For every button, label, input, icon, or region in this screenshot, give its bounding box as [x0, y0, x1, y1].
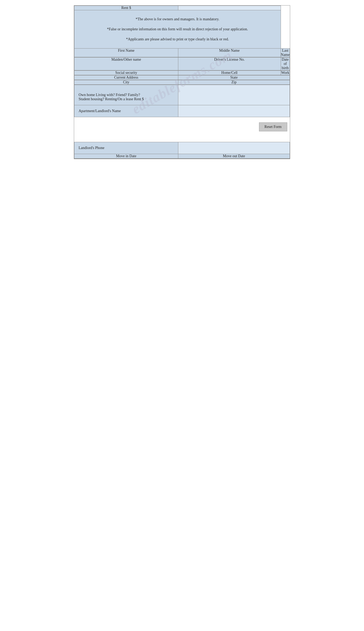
drivers-license-label-cell: Driver's License No. — [178, 58, 281, 70]
drivers-license-label: Driver's License No. — [214, 58, 245, 61]
notice-cell: *The above is for owners and managers. I… — [74, 10, 281, 49]
current-address-label-cell: Current Address — [74, 75, 178, 80]
move-in-date-label: Move in Date — [116, 154, 136, 158]
move-out-date-label-cell: Move out Date — [178, 154, 290, 158]
reset-button[interactable]: Reset Form — [259, 122, 287, 131]
zip-label-cell: Zip — [178, 80, 290, 85]
name-labels-row: First Name Middle Name Last Name — [74, 49, 290, 57]
move-dates-inputs-row — [74, 158, 290, 159]
address-labels-row: Current Address State — [74, 75, 290, 80]
maiden-name-label: Maiden/Other name — [111, 58, 141, 61]
zip-label: Zip — [231, 80, 236, 84]
current-address-label: Current Address — [114, 75, 138, 79]
first-name-label-cell: First Name — [74, 49, 178, 57]
rent-row: Rent $ — [74, 6, 290, 10]
middle-name-label-cell: Middle Name — [178, 49, 281, 57]
state-label: State — [230, 75, 238, 79]
gap-row — [74, 137, 290, 142]
living-situation-label-cell: Own home Living with? Friend? Family? St… — [74, 85, 178, 105]
dob-label-cell: Date of birth — [281, 58, 290, 70]
last-name-label: Last Name — [281, 49, 290, 57]
work-label-cell: Work — [281, 71, 290, 75]
gap-cell — [74, 137, 290, 142]
home-cell-label: Home/Cell — [221, 71, 237, 75]
living-labels-row: Own home Living with? Friend? Family? St… — [74, 85, 290, 105]
home-cell-label-cell: Home/Cell — [178, 71, 281, 75]
move-out-date-input-cell[interactable] — [178, 158, 290, 159]
first-name-label: First Name — [118, 49, 135, 52]
rent-input-cell[interactable] — [178, 6, 281, 10]
middle-name-label: Middle Name — [219, 49, 240, 52]
apartment-landlord-label: Apartment/Landlord's Name — [79, 109, 121, 113]
social-labels-row: Social security Home/Cell Work — [74, 71, 290, 75]
apartment-landlord-label-cell: Apartment/Landlord's Name — [74, 105, 178, 117]
landlord-phone-input-cell[interactable] — [178, 142, 290, 154]
form-table: Rent $ *The above is for owners and mana… — [74, 6, 290, 159]
reset-row: Reset Form — [74, 117, 290, 137]
city-labels-row: City Zip — [74, 80, 290, 85]
landlord-phone-label: Landlord's Phone — [79, 146, 104, 150]
move-out-date-label: Move out Date — [223, 154, 245, 158]
living-situation-input-cell[interactable] — [178, 85, 290, 105]
living-situation-label: Own home Living with? Friend? Family? St… — [79, 93, 144, 101]
rent-label: Rent $ — [121, 6, 131, 10]
move-in-date-input-cell[interactable] — [74, 158, 178, 159]
state-label-cell: State — [178, 75, 290, 80]
landlord-name-row: Apartment/Landlord's Name — [74, 105, 290, 117]
reset-cell: Reset Form — [74, 117, 290, 137]
maiden-labels-row: Maiden/Other name Driver's License No. D… — [74, 58, 290, 70]
dob-label: Date of birth — [282, 58, 289, 70]
move-dates-labels-row: Move in Date Move out Date — [74, 154, 290, 158]
rent-label-cell: Rent $ — [74, 6, 178, 10]
maiden-name-label-cell: Maiden/Other name — [74, 58, 178, 70]
last-name-label-cell: Last Name — [281, 49, 290, 57]
notice-row: *The above is for owners and managers. I… — [74, 10, 290, 49]
work-label: Work — [281, 71, 289, 75]
notice-line3: *Applicants are please advised to print … — [82, 36, 273, 43]
social-security-label: Social security — [115, 71, 137, 75]
city-label-cell: City — [74, 80, 178, 85]
landlord-phone-label-cell: Landlord's Phone — [74, 142, 178, 154]
notice-line1: *The above is for owners and managers. I… — [82, 16, 273, 23]
notice-line2: *False or incomplete information on this… — [82, 26, 273, 33]
landlord-phone-row: Landlord's Phone — [74, 142, 290, 154]
city-label: City — [123, 80, 129, 84]
social-security-label-cell: Social security — [74, 71, 178, 75]
apartment-landlord-input-cell[interactable] — [178, 105, 290, 117]
move-in-date-label-cell: Move in Date — [74, 154, 178, 158]
form-container: editableforms.com Rent $ *The above is f… — [74, 5, 290, 159]
